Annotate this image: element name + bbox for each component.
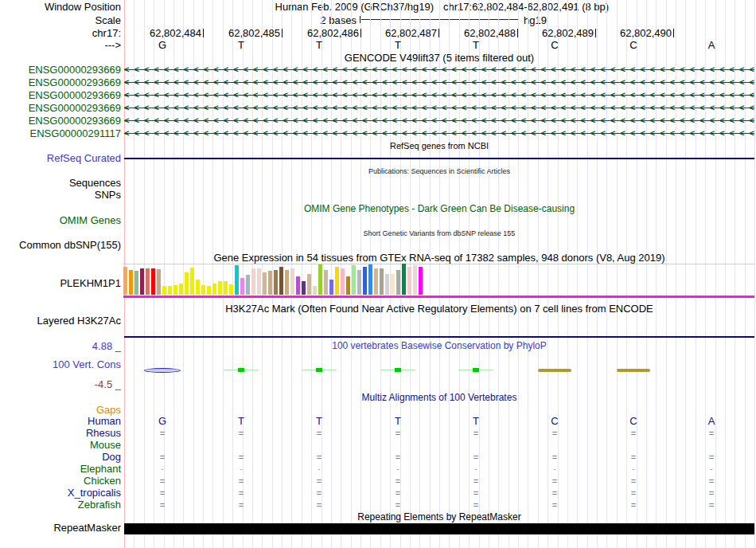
refseq-curated-line[interactable] [124, 158, 754, 159]
gtex-expression-bar[interactable] [146, 268, 150, 295]
gtex-expression-bar[interactable] [307, 274, 311, 295]
gencode-item-label[interactable]: ENSG00000293669 [29, 115, 121, 126]
gtex-expression-bar[interactable] [402, 264, 406, 295]
conservation-mark-positive-peak[interactable] [316, 368, 322, 372]
gtex-expression-bar[interactable] [341, 268, 345, 295]
gtex-expression-bar[interactable] [246, 275, 250, 295]
gencode-transcript-row[interactable]: <<<<<<<<<<<<<<<<<<<<<<<<<<<<<<<<<<<<<<<<… [124, 77, 754, 88]
gtex-expression-bar[interactable] [251, 268, 255, 295]
gtex-expression-bar[interactable] [363, 267, 367, 295]
gtex-expression-bar[interactable] [419, 267, 423, 295]
gtex-expression-bar[interactable] [257, 268, 261, 295]
gtex-expression-bar[interactable] [224, 281, 228, 295]
gtex-expression-bar[interactable] [357, 270, 361, 295]
track-label-omim[interactable]: OMIM Genes [60, 215, 121, 225]
gencode-item-label[interactable]: ENSG00000293669 [29, 77, 121, 88]
gtex-expression-bar[interactable] [368, 264, 372, 295]
multiz-label-human[interactable]: Human [88, 416, 121, 426]
track-label-dbsnp[interactable]: Common dbSNP(155) [19, 240, 121, 250]
gtex-expression-bar[interactable] [352, 265, 356, 295]
gtex-baseline-magenta[interactable] [123, 296, 754, 298]
multiz-align-gap: - [392, 464, 403, 475]
conservation-mark-olive[interactable] [538, 369, 571, 372]
track-label-gtex-gene[interactable]: PLEKHM1P1 [60, 278, 121, 288]
gtex-expression-bar[interactable] [385, 274, 389, 295]
multiz-label-xtropicalis[interactable]: X_tropicalis [68, 487, 121, 498]
gtex-expression-bar[interactable] [168, 286, 172, 295]
gtex-expression-bar[interactable] [201, 285, 205, 295]
track-label-snps[interactable]: SNPs [95, 190, 121, 200]
gtex-expression-bar[interactable] [218, 281, 222, 295]
gtex-expression-bar[interactable] [263, 272, 267, 295]
gencode-transcript-row[interactable]: <<<<<<<<<<<<<<<<<<<<<<<<<<<<<<<<<<<<<<<<… [124, 103, 754, 113]
gtex-expression-bar[interactable] [129, 270, 133, 295]
gtex-expression-bar[interactable] [190, 268, 194, 295]
gencode-transcript-row[interactable]: <<<<<<<<<<<<<<<<<<<<<<<<<<<<<<<<<<<<<<<<… [124, 128, 754, 139]
gtex-expression-bar[interactable] [162, 286, 166, 295]
gtex-expression-bar[interactable] [140, 268, 144, 295]
multiz-label-elephant[interactable]: Elephant [80, 464, 121, 474]
gtex-expression-bar[interactable] [196, 280, 200, 295]
gtex-expression-bar[interactable] [157, 269, 161, 295]
gtex-expression-bar[interactable] [391, 274, 395, 295]
gencode-item-label[interactable]: ENSG00000291117 [30, 128, 121, 139]
gtex-expression-bar[interactable] [229, 284, 233, 295]
gencode-transcript-row[interactable]: <<<<<<<<<<<<<<<<<<<<<<<<<<<<<<<<<<<<<<<<… [124, 90, 754, 100]
gtex-expression-bar[interactable] [374, 268, 378, 295]
gtex-expression-bar[interactable] [151, 268, 155, 295]
track-label-h3k27ac[interactable]: Layered H3K27Ac [37, 315, 121, 326]
gencode-transcript-row[interactable]: <<<<<<<<<<<<<<<<<<<<<<<<<<<<<<<<<<<<<<<<… [124, 65, 754, 75]
multiz-label-mouse[interactable]: Mouse [90, 440, 121, 450]
conservation-mark-olive[interactable] [617, 369, 650, 372]
conservation-mark-positive-peak[interactable] [238, 368, 244, 372]
left-arrow-icon: < [253, 116, 258, 125]
multiz-label-gaps[interactable]: Gaps [96, 405, 121, 415]
gencode-transcript-row[interactable]: <<<<<<<<<<<<<<<<<<<<<<<<<<<<<<<<<<<<<<<<… [124, 115, 754, 126]
gtex-expression-bar[interactable] [235, 265, 239, 295]
gtex-expression-bar[interactable] [380, 268, 384, 295]
gtex-expression-bar[interactable] [123, 267, 127, 295]
gtex-expression-bar[interactable] [207, 286, 211, 295]
gtex-expression-bar[interactable] [413, 265, 417, 295]
multiz-label-rhesus[interactable]: Rhesus [86, 428, 121, 438]
conservation-mark-negative[interactable] [144, 368, 181, 373]
gtex-expression-bar[interactable] [134, 271, 138, 295]
gencode-item-label[interactable]: ENSG00000293669 [29, 65, 121, 75]
gtex-expression-bar[interactable] [318, 264, 322, 295]
gtex-expression-bar[interactable] [313, 286, 317, 295]
gtex-expression-bar[interactable] [240, 278, 244, 295]
gtex-expression-bar[interactable] [346, 276, 350, 295]
left-arrow-icon: < [521, 91, 526, 100]
gtex-expression-bar[interactable] [212, 284, 216, 295]
gtex-expression-bar[interactable] [279, 267, 283, 295]
gtex-expression-bar[interactable] [173, 285, 177, 295]
left-arrow-icon: < [630, 91, 635, 100]
gtex-expression-bar[interactable] [335, 267, 339, 295]
track-label-cons[interactable]: 100 Vert. Cons [53, 359, 121, 370]
multiz-label-chicken[interactable]: Chicken [84, 476, 121, 486]
gtex-expression-bar[interactable] [285, 270, 289, 295]
gtex-expression-bar[interactable] [324, 270, 328, 295]
gtex-expression-bar[interactable] [274, 270, 278, 295]
conservation-mark-positive-peak[interactable] [395, 368, 401, 372]
track-label-refseq[interactable]: RefSeq Curated [47, 153, 121, 163]
gtex-expression-bar[interactable] [407, 267, 411, 295]
left-arrow-icon: < [730, 78, 735, 87]
multiz-label-zebrafish[interactable]: Zebrafish [78, 499, 121, 510]
gtex-expression-bar[interactable] [179, 284, 183, 295]
track-label-repeatmasker[interactable]: RepeatMasker [53, 523, 121, 533]
multiz-label-dog[interactable]: Dog [102, 452, 121, 462]
conservation-mark-positive-peak[interactable] [473, 368, 479, 372]
h3k27ac-baseline[interactable] [124, 336, 754, 338]
gtex-expression-bar[interactable] [296, 276, 300, 295]
track-label-sequences[interactable]: Sequences [69, 178, 121, 188]
repeatmasker-element-bar[interactable] [124, 523, 754, 534]
gencode-item-label[interactable]: ENSG00000293669 [29, 103, 121, 113]
gencode-item-label[interactable]: ENSG00000293669 [29, 90, 121, 100]
gtex-expression-bar[interactable] [290, 268, 294, 295]
gtex-expression-bar[interactable] [268, 271, 272, 295]
gtex-expression-bar[interactable] [329, 280, 333, 295]
gtex-expression-bar[interactable] [185, 272, 189, 295]
gtex-expression-bar[interactable] [302, 281, 306, 295]
gtex-expression-bar[interactable] [396, 270, 400, 295]
